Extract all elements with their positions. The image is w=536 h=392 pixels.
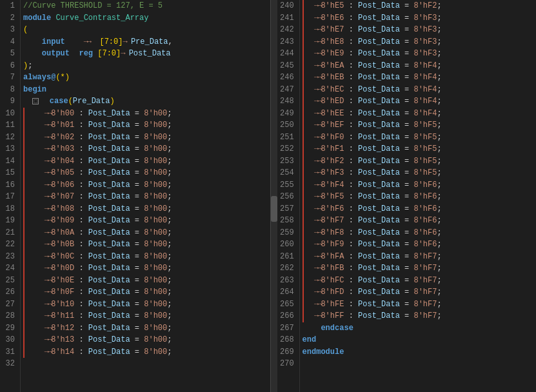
code-line: →→8'hEC : Post_Data = 8'hF4;	[303, 84, 533, 96]
code-line: →→8'hE8 : Post_Data = 8'hF3;	[303, 36, 533, 48]
scrollbar-thumb[interactable]	[271, 196, 277, 222]
code-line: →→8'h07 : Post_Data = 8'h00;	[23, 191, 268, 203]
code-line: →→8'h01 : Post_Data = 8'h00;	[23, 119, 268, 132]
code-line: →→8'hF2 : Post_Data = 8'hF5;	[303, 155, 533, 168]
left-line-numbers: 1234567891011121314151617181921222324252…	[0, 0, 21, 392]
code-line: →→8'hEA : Post_Data = 8'hF4;	[303, 60, 533, 72]
code-line: →→8'hE7 : Post_Data = 8'hF3;	[303, 24, 533, 36]
code-line: →→8'hF0 : Post_Data = 8'hF5;	[303, 132, 533, 144]
code-line: →→8'h03 : Post_Data = 8'h00;	[23, 143, 268, 155]
code-line: endcase	[303, 322, 533, 335]
code-line: →→8'hFD : Post_Data = 8'hF7;	[303, 286, 533, 299]
left-pane: 1234567891011121314151617181921222324252…	[0, 0, 271, 392]
left-code-content[interactable]: //Curve THRESHOLD = 127, E = 5module Cur…	[21, 0, 270, 392]
code-line: →→8'h11 : Post_Data = 8'h00;	[23, 310, 268, 322]
code-line: →→8'hEF : Post_Data = 8'hF5;	[303, 119, 533, 132]
code-line: );	[23, 60, 268, 72]
code-line: □ case(Pre_Data)	[23, 95, 268, 108]
code-line: →→8'hEE : Post_Data = 8'hF4;	[303, 108, 533, 120]
code-line: →→8'hF5 : Post_Data = 8'hF6;	[303, 191, 533, 203]
code-line: →→8'h09 : Post_Data = 8'h00;	[23, 215, 268, 227]
code-line: always@(*)	[23, 72, 268, 84]
code-line: →→8'h02 : Post_Data = 8'h00;	[23, 132, 268, 144]
code-line: →→8'h0E : Post_Data = 8'h00;	[23, 275, 268, 287]
code-line: →→8'hEB : Post_Data = 8'hF4;	[303, 72, 533, 84]
editor-container: 1234567891011121314151617181921222324252…	[0, 0, 536, 392]
right-line-numbers: 2402412422432442452462472482492502512522…	[277, 0, 300, 392]
code-line: →→8'hFA : Post_Data = 8'hF7;	[303, 251, 533, 263]
code-line: output reg [7:0]→ Post_Data	[23, 48, 268, 60]
code-line: →→8'hFC : Post_Data = 8'hF7;	[303, 275, 533, 287]
code-line: →→8'hE5 : Post_Data = 8'hF2;	[303, 0, 533, 12]
code-line: →→8'h08 : Post_Data = 8'h00;	[23, 203, 268, 215]
code-line: input →→ [7:0]→ Pre_Data,	[23, 36, 268, 48]
vertical-scrollbar[interactable]	[271, 0, 277, 392]
code-line: →→8'hF9 : Post_Data = 8'hF6;	[303, 239, 533, 251]
code-line: →→8'hF7 : Post_Data = 8'hF6;	[303, 215, 533, 227]
code-line: →→8'h04 : Post_Data = 8'h00;	[23, 155, 268, 168]
right-code-content[interactable]: →→8'hE5 : Post_Data = 8'hF2; →→8'hE6 : P…	[300, 0, 536, 392]
code-line: →→8'hED : Post_Data = 8'hF4;	[303, 95, 533, 108]
code-line: →→8'h0F : Post_Data = 8'h00;	[23, 286, 268, 299]
code-line: //Curve THRESHOLD = 127, E = 5	[23, 0, 268, 12]
code-line: →→8'h12 : Post_Data = 8'h00;	[23, 322, 268, 335]
code-line: →→8'h14 : Post_Data = 8'h00;	[23, 346, 268, 358]
code-line: →→8'h0C : Post_Data = 8'h00;	[23, 251, 268, 263]
code-line: →→8'hF6 : Post_Data = 8'hF6;	[303, 203, 533, 215]
code-line: →→8'h0A : Post_Data = 8'h00;	[23, 227, 268, 239]
code-line: begin	[23, 84, 268, 96]
code-line: →→8'h06 : Post_Data = 8'h00;	[23, 179, 268, 191]
code-line: →→8'h0B : Post_Data = 8'h00;	[23, 239, 268, 251]
code-line: module Curve_Contrast_Array	[23, 12, 268, 24]
right-pane: 2402412422432442452462472482492502512522…	[277, 0, 536, 392]
code-line: →→8'hF1 : Post_Data = 8'hF5;	[303, 143, 533, 155]
code-line: (	[23, 24, 268, 36]
code-line: →→8'hF8 : Post_Data = 8'hF6;	[303, 227, 533, 239]
code-line: end	[303, 334, 533, 346]
code-line: →→8'h0D : Post_Data = 8'h00;	[23, 262, 268, 275]
code-line: →→8'h13 : Post_Data = 8'h00;	[23, 334, 268, 346]
code-line: →→8'h10 : Post_Data = 8'h00;	[23, 299, 268, 311]
code-line: endmodule	[303, 346, 533, 358]
code-line: →→8'hFB : Post_Data = 8'hF7;	[303, 262, 533, 275]
code-line: →→8'hE6 : Post_Data = 8'hF3;	[303, 12, 533, 24]
right-code-area: 2402412422432442452462472482492502512522…	[277, 0, 536, 392]
code-line: →→8'h05 : Post_Data = 8'h00;	[23, 167, 268, 179]
code-line: →→8'hF4 : Post_Data = 8'hF6;	[303, 179, 533, 191]
code-line: →→8'hF3 : Post_Data = 8'hF5;	[303, 167, 533, 179]
code-line: →→8'hFF : Post_Data = 8'hF7;	[303, 310, 533, 322]
left-code-area: 1234567891011121314151617181921222324252…	[0, 0, 270, 392]
code-line: →→8'h00 : Post_Data = 8'h00;	[23, 108, 268, 120]
code-line: →→8'hFE : Post_Data = 8'hF7;	[303, 299, 533, 311]
code-line: →→8'hE9 : Post_Data = 8'hF3;	[303, 48, 533, 60]
